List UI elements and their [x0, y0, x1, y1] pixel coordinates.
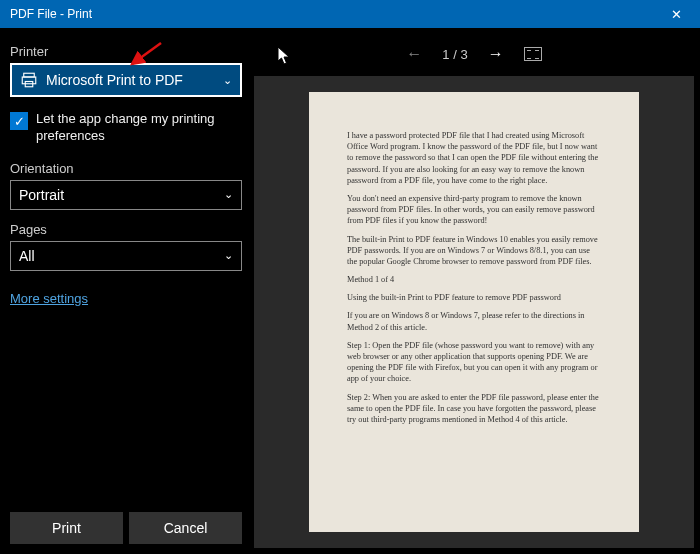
title-bar: PDF File - Print ✕ — [0, 0, 700, 28]
printer-value: Microsoft Print to PDF — [46, 72, 223, 88]
preview-toolbar: ← 1 / 3 → — [254, 32, 694, 76]
document-paragraph: Using the built-in Print to PDF feature … — [347, 292, 601, 303]
prev-page-icon[interactable]: ← — [406, 45, 422, 63]
orientation-value: Portrait — [19, 187, 224, 203]
document-paragraph: Step 1: Open the PDF file (whose passwor… — [347, 340, 601, 385]
document-paragraph: The built-in Print to PDF feature in Win… — [347, 234, 601, 268]
close-icon[interactable]: ✕ — [662, 7, 690, 22]
pages-value: All — [19, 248, 224, 264]
main-area: Printer Microsoft Print to PDF ⌄ ✓ Let t… — [0, 28, 700, 554]
document-paragraph: If you are on Windows 8 or Windows 7, pl… — [347, 310, 601, 332]
preferences-checkbox-label: Let the app change my printing preferenc… — [36, 111, 242, 145]
cancel-button[interactable]: Cancel — [129, 512, 242, 544]
preview-panel: ← 1 / 3 → I have a password protected PD… — [252, 28, 700, 554]
svg-rect-1 — [22, 77, 36, 84]
chevron-down-icon: ⌄ — [223, 74, 232, 87]
window-title: PDF File - Print — [10, 7, 662, 21]
preferences-checkbox-row[interactable]: ✓ Let the app change my printing prefere… — [10, 111, 242, 145]
orientation-label: Orientation — [10, 161, 242, 176]
printer-icon — [20, 71, 38, 89]
print-options-panel: Printer Microsoft Print to PDF ⌄ ✓ Let t… — [0, 28, 252, 554]
print-button[interactable]: Print — [10, 512, 123, 544]
chevron-down-icon: ⌄ — [224, 188, 233, 201]
printer-dropdown[interactable]: Microsoft Print to PDF ⌄ — [10, 63, 242, 97]
document-paragraph: You don't need an expensive third-party … — [347, 193, 601, 227]
document-paragraph: Method 1 of 4 — [347, 274, 601, 285]
checkbox-checked-icon[interactable]: ✓ — [10, 112, 28, 130]
document-paragraph: Step 2: When you are asked to enter the … — [347, 392, 601, 426]
preview-area: I have a password protected PDF file tha… — [254, 76, 694, 548]
action-buttons: Print Cancel — [10, 512, 242, 554]
page-indicator: 1 / 3 — [442, 47, 467, 62]
next-page-icon[interactable]: → — [488, 45, 504, 63]
printer-label: Printer — [10, 44, 242, 59]
chevron-down-icon: ⌄ — [224, 249, 233, 262]
pages-dropdown[interactable]: All ⌄ — [10, 241, 242, 271]
pages-label: Pages — [10, 222, 242, 237]
more-settings-link[interactable]: More settings — [10, 291, 242, 306]
document-page: I have a password protected PDF file tha… — [309, 92, 639, 532]
orientation-dropdown[interactable]: Portrait ⌄ — [10, 180, 242, 210]
fit-page-icon[interactable] — [524, 47, 542, 61]
document-paragraph: I have a password protected PDF file tha… — [347, 130, 601, 186]
